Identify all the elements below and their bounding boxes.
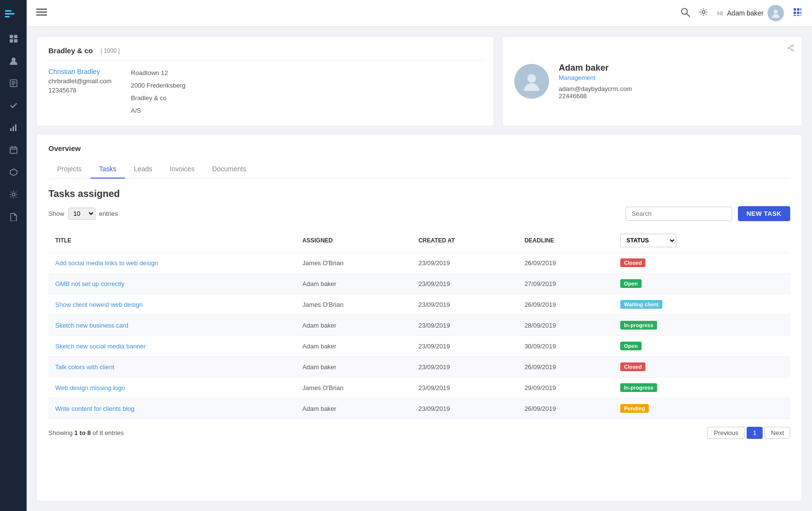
svg-rect-12 bbox=[10, 128, 12, 131]
task-deadline-cell: 30/09/2019 bbox=[518, 336, 613, 357]
task-created-cell: 23/09/2019 bbox=[412, 315, 518, 336]
task-created-cell: 23/09/2019 bbox=[412, 253, 518, 273]
status-badge: In-progress bbox=[620, 383, 658, 392]
col-status: STATUS Open Closed In-progress Pending W… bbox=[613, 229, 762, 253]
svg-marker-19 bbox=[10, 169, 17, 176]
task-action-cell bbox=[762, 377, 790, 398]
entries-label: entries bbox=[99, 210, 118, 217]
task-status-cell: Waiting client bbox=[613, 294, 762, 315]
search-and-new: NEW TASK bbox=[626, 206, 790, 221]
tasks-table: TITLE ASSIGNED CREATED AT DEADLINE STATU… bbox=[48, 229, 790, 419]
sidebar-item-tasks[interactable] bbox=[4, 96, 23, 115]
task-title-link[interactable]: Sketch new social media banner bbox=[55, 343, 146, 350]
sidebar-item-docs[interactable] bbox=[4, 208, 23, 226]
col-assigned: ASSIGNED bbox=[296, 229, 412, 253]
hi-label: Hi bbox=[717, 10, 723, 17]
svg-rect-5 bbox=[10, 39, 13, 43]
page-1-button[interactable]: 1 bbox=[747, 427, 763, 439]
task-title-cell: Talk colors with client bbox=[48, 357, 296, 377]
status-badge: Open bbox=[620, 279, 642, 288]
sidebar-item-calendar[interactable] bbox=[4, 141, 23, 159]
task-title-link[interactable]: Web design missing logo bbox=[55, 384, 125, 391]
tab-documents[interactable]: Documents bbox=[203, 160, 255, 179]
search-icon[interactable] bbox=[680, 7, 690, 19]
sidebar bbox=[0, 0, 27, 511]
tab-invoices[interactable]: Invoices bbox=[161, 160, 203, 179]
task-action-cell bbox=[762, 336, 790, 357]
tab-tasks[interactable]: Tasks bbox=[91, 160, 125, 179]
sidebar-item-settings[interactable] bbox=[4, 185, 23, 204]
task-created-cell: 23/09/2019 bbox=[412, 294, 518, 315]
task-action-cell bbox=[762, 273, 790, 294]
sidebar-logo bbox=[4, 7, 23, 21]
svg-rect-3 bbox=[10, 35, 13, 38]
svg-rect-1 bbox=[5, 13, 15, 15]
svg-rect-6 bbox=[14, 39, 17, 43]
entries-select[interactable]: 10 25 50 100 bbox=[68, 208, 95, 220]
apps-icon[interactable] bbox=[793, 7, 802, 19]
contact-email: chrbradlet@gmail.com bbox=[48, 77, 111, 85]
show-entries-row: Show 10 25 50 100 entries bbox=[48, 208, 118, 220]
svg-point-37 bbox=[527, 74, 536, 83]
task-assigned-cell: Adam baker bbox=[296, 315, 412, 336]
task-status-cell: Open bbox=[613, 273, 762, 294]
task-created-cell: 23/09/2019 bbox=[412, 273, 518, 294]
task-title-link[interactable]: GMB not set up correctly bbox=[55, 280, 124, 287]
table-row: Show client newest web design James O'Br… bbox=[48, 294, 790, 315]
sidebar-item-network[interactable] bbox=[4, 163, 23, 181]
task-assigned-cell: Adam baker bbox=[296, 273, 412, 294]
table-row: Sketch new social media banner Adam bake… bbox=[48, 336, 790, 357]
svg-rect-29 bbox=[797, 8, 799, 11]
task-status-cell: Closed bbox=[613, 253, 762, 273]
status-badge: Closed bbox=[620, 258, 646, 267]
tab-projects[interactable]: Projects bbox=[48, 160, 91, 179]
next-page-button[interactable]: Next bbox=[765, 427, 790, 439]
svg-rect-35 bbox=[797, 15, 799, 16]
svg-rect-33 bbox=[800, 12, 801, 14]
search-input[interactable] bbox=[626, 207, 732, 221]
task-title-link[interactable]: Add social media links to web design bbox=[55, 259, 158, 267]
agent-phone: 22446688 bbox=[559, 92, 790, 100]
settings-icon[interactable] bbox=[699, 7, 708, 19]
overview-panel: Overview Projects Tasks Leads Invoices D… bbox=[36, 134, 802, 501]
svg-point-40 bbox=[788, 47, 790, 49]
table-row: Add social media links to web design Jam… bbox=[48, 253, 790, 273]
contact-info-col: Christian Bradley chrbradlet@gmail.com 1… bbox=[48, 68, 111, 116]
pagination-row: Showing 1 to 8 of 8 entries Previous 1 N… bbox=[48, 427, 790, 439]
task-title-link[interactable]: Sketch new business card bbox=[55, 322, 128, 329]
showing-text: Showing 1 to 8 of 8 entries bbox=[48, 429, 123, 436]
sidebar-item-users[interactable] bbox=[4, 52, 23, 70]
new-task-button[interactable]: NEW TASK bbox=[738, 206, 790, 221]
sidebar-item-contacts[interactable] bbox=[4, 74, 23, 92]
task-title-link[interactable]: Write content for clients blog bbox=[55, 405, 135, 412]
task-title-link[interactable]: Talk colors with client bbox=[55, 363, 114, 371]
sidebar-item-dashboard[interactable] bbox=[4, 30, 23, 48]
address-line2: 2000 Frederiksberg bbox=[131, 80, 185, 91]
svg-rect-4 bbox=[14, 35, 17, 38]
svg-line-25 bbox=[687, 14, 689, 16]
share-icon[interactable] bbox=[787, 45, 794, 53]
tab-leads[interactable]: Leads bbox=[125, 160, 161, 179]
status-badge: Pending bbox=[620, 404, 649, 413]
address-line1: Roadtown 12 bbox=[131, 68, 185, 78]
task-status-cell: In-progress bbox=[613, 377, 762, 398]
topbar-username: Adam baker bbox=[727, 9, 764, 17]
pagination-controls: Previous 1 Next bbox=[707, 427, 790, 439]
task-status-cell: Closed bbox=[613, 357, 762, 377]
task-action-cell bbox=[762, 357, 790, 377]
svg-rect-36 bbox=[800, 15, 801, 16]
svg-point-39 bbox=[792, 49, 794, 51]
svg-rect-30 bbox=[800, 8, 801, 11]
table-row: Talk colors with client Adam baker 23/09… bbox=[48, 357, 790, 377]
task-title-link[interactable]: Show client newest web design bbox=[55, 301, 143, 308]
task-assigned-cell: Adam baker bbox=[296, 357, 412, 377]
sidebar-item-reports[interactable] bbox=[4, 119, 23, 137]
prev-page-button[interactable]: Previous bbox=[707, 427, 745, 439]
hamburger-menu[interactable] bbox=[36, 8, 47, 18]
task-assigned-cell: Adam baker bbox=[296, 398, 412, 419]
contact-name-link[interactable]: Christian Bradley bbox=[48, 68, 111, 75]
topbar: Hi Adam baker bbox=[27, 0, 812, 27]
svg-line-42 bbox=[790, 48, 792, 50]
agent-email: adam@daybydaycrm.com bbox=[559, 85, 790, 92]
status-filter-select[interactable]: STATUS Open Closed In-progress Pending W… bbox=[620, 234, 676, 247]
